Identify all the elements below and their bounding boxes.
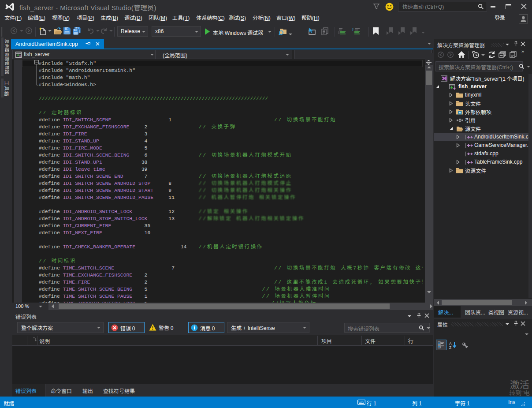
svg-text:Z: Z: [449, 345, 451, 349]
svg-text:?: ?: [352, 28, 353, 32]
